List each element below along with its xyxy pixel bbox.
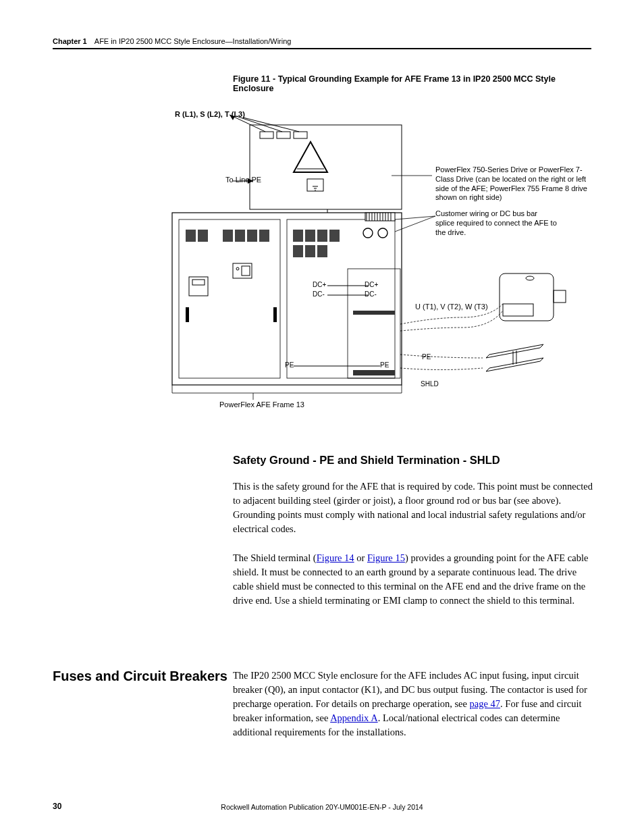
svg-rect-45 — [353, 311, 395, 315]
svg-rect-24 — [247, 230, 257, 242]
para2-text-b: or — [354, 552, 367, 563]
svg-marker-70 — [486, 344, 543, 358]
link-page-47[interactable]: page 47 — [470, 698, 501, 709]
label-customer-wiring: Customer wiring or DC bus bar splice req… — [435, 209, 557, 237]
chapter-label: Chapter 1 — [53, 37, 87, 45]
svg-rect-2 — [287, 219, 395, 378]
svg-point-57 — [363, 228, 373, 238]
svg-rect-29 — [329, 230, 340, 242]
label-line-pe: To Line PE — [225, 176, 261, 185]
para-fuses-breakers: The IP20 2500 MCC Style enclosure for th… — [233, 669, 595, 739]
svg-marker-71 — [486, 358, 543, 371]
svg-rect-35 — [242, 266, 250, 276]
svg-rect-26 — [293, 230, 303, 242]
label-pe-left: PE — [285, 361, 294, 369]
label-dcminus-right: DC- — [365, 290, 377, 298]
link-appendix-a[interactable]: Appendix A — [330, 712, 377, 723]
svg-rect-32 — [317, 245, 327, 257]
svg-rect-5 — [277, 132, 290, 138]
svg-rect-33 — [233, 263, 252, 278]
label-pe-out: PE — [422, 353, 431, 361]
svg-point-68 — [526, 276, 534, 280]
svg-rect-23 — [235, 230, 245, 242]
svg-rect-38 — [186, 307, 189, 322]
svg-rect-3 — [250, 125, 402, 209]
figure-caption: Figure 11 - Typical Grounding Example fo… — [233, 74, 591, 93]
svg-rect-4 — [260, 132, 273, 138]
svg-rect-20 — [186, 230, 196, 242]
svg-rect-66 — [500, 273, 554, 321]
publication-footer: Rockwell Automation Publication 20Y-UM00… — [0, 803, 644, 811]
svg-rect-21 — [198, 230, 208, 242]
svg-rect-44 — [353, 370, 395, 375]
svg-rect-69 — [503, 304, 533, 316]
svg-point-58 — [378, 228, 387, 238]
svg-rect-31 — [305, 245, 315, 257]
para-safety-ground-1: This is the safety ground for the AFE th… — [233, 479, 595, 536]
svg-rect-39 — [273, 307, 277, 322]
svg-rect-67 — [554, 290, 566, 303]
heading-fuses-breakers: Fuses and Circuit Breakers — [53, 669, 227, 684]
label-drive-note: PowerFlex 750-Series Drive or PowerFlex … — [435, 165, 597, 203]
svg-rect-6 — [294, 132, 307, 138]
svg-rect-28 — [317, 230, 327, 242]
chapter-title: AFE in IP20 2500 MCC Style Enclosure—Ins… — [95, 37, 292, 45]
label-dcplus-left: DC+ — [313, 281, 326, 288]
link-figure-14[interactable]: Figure 14 — [317, 552, 354, 563]
label-frame-caption: PowerFlex AFE Frame 13 — [219, 400, 304, 410]
label-output-terminals: U (T1), V (T2), W (T3) — [415, 303, 488, 312]
label-shld: SHLD — [421, 380, 439, 388]
page-header: Chapter 1 AFE in IP20 2500 MCC Style Enc… — [53, 37, 591, 49]
svg-rect-37 — [192, 280, 205, 285]
link-figure-15[interactable]: Figure 15 — [367, 552, 405, 563]
para-safety-ground-2: The Shield terminal (Figure 14 or Figure… — [233, 551, 595, 608]
label-dcminus-left: DC- — [313, 290, 325, 298]
svg-marker-11 — [294, 142, 327, 172]
figure-diagram: R (L1), S (L2), T (L3) To Line PE PowerF… — [165, 101, 604, 412]
svg-rect-15 — [307, 179, 323, 191]
svg-rect-22 — [223, 230, 233, 242]
label-dcplus-right: DC+ — [365, 281, 378, 288]
heading-safety-ground: Safety Ground - PE and Shield Terminatio… — [233, 454, 500, 467]
label-rst: R (L1), S (L2), T (L3) — [175, 110, 245, 120]
svg-line-64 — [395, 216, 435, 219]
svg-line-65 — [395, 216, 435, 232]
para2-text-a: The Shield terminal ( — [233, 552, 317, 563]
svg-rect-1 — [179, 219, 280, 378]
svg-rect-30 — [293, 245, 303, 257]
svg-point-34 — [236, 267, 239, 270]
svg-rect-27 — [305, 230, 315, 242]
label-pe-right: PE — [380, 361, 389, 369]
svg-rect-25 — [259, 230, 269, 242]
